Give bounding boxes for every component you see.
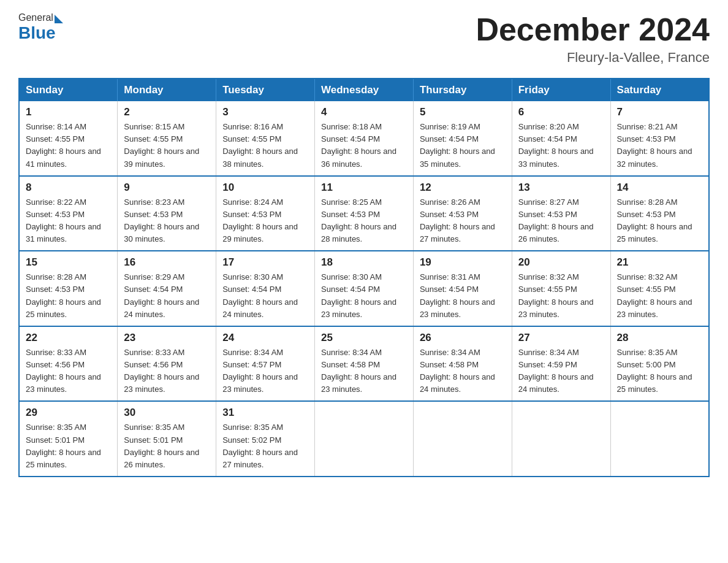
day-number: 2 xyxy=(124,106,210,118)
header-monday: Monday xyxy=(118,79,216,101)
month-title: December 2024 xyxy=(476,12,710,47)
day-number: 27 xyxy=(518,332,604,344)
day-number: 20 xyxy=(518,256,604,269)
logo-blue-text: Blue xyxy=(18,23,56,43)
day-cell: 2 Sunrise: 8:15 AMSunset: 4:55 PMDayligh… xyxy=(118,101,216,176)
week-row-2: 8 Sunrise: 8:22 AMSunset: 4:53 PMDayligh… xyxy=(19,176,709,251)
day-number: 11 xyxy=(321,182,407,194)
calendar-header-row: SundayMondayTuesdayWednesdayThursdayFrid… xyxy=(19,79,709,101)
day-info: Sunrise: 8:33 AMSunset: 4:56 PMDaylight:… xyxy=(124,347,210,396)
day-info: Sunrise: 8:33 AMSunset: 4:56 PMDaylight:… xyxy=(26,347,111,396)
day-cell: 19 Sunrise: 8:31 AMSunset: 4:54 PMDaylig… xyxy=(413,251,512,326)
day-number: 16 xyxy=(124,256,210,269)
day-info: Sunrise: 8:32 AMSunset: 4:55 PMDaylight:… xyxy=(518,271,604,321)
day-number: 21 xyxy=(617,256,702,269)
day-info: Sunrise: 8:22 AMSunset: 4:53 PMDaylight:… xyxy=(26,196,111,246)
day-info: Sunrise: 8:34 AMSunset: 4:58 PMDaylight:… xyxy=(420,347,506,396)
day-info: Sunrise: 8:34 AMSunset: 4:57 PMDaylight:… xyxy=(222,347,308,396)
day-info: Sunrise: 8:27 AMSunset: 4:53 PMDaylight:… xyxy=(518,196,604,246)
day-cell: 30 Sunrise: 8:35 AMSunset: 5:01 PMDaylig… xyxy=(118,401,216,477)
day-number: 4 xyxy=(321,106,407,118)
day-info: Sunrise: 8:19 AMSunset: 4:54 PMDaylight:… xyxy=(420,121,506,170)
header-thursday: Thursday xyxy=(413,79,512,101)
day-number: 6 xyxy=(518,106,604,118)
day-cell: 17 Sunrise: 8:30 AMSunset: 4:54 PMDaylig… xyxy=(216,251,315,326)
day-cell: 21 Sunrise: 8:32 AMSunset: 4:55 PMDaylig… xyxy=(610,251,709,326)
day-cell: 28 Sunrise: 8:35 AMSunset: 5:00 PMDaylig… xyxy=(610,326,709,402)
day-info: Sunrise: 8:35 AMSunset: 5:01 PMDaylight:… xyxy=(26,421,111,471)
day-info: Sunrise: 8:14 AMSunset: 4:55 PMDaylight:… xyxy=(26,121,111,170)
day-cell: 20 Sunrise: 8:32 AMSunset: 4:55 PMDaylig… xyxy=(512,251,610,326)
day-number: 3 xyxy=(222,106,308,118)
day-number: 10 xyxy=(222,182,308,194)
day-info: Sunrise: 8:35 AMSunset: 5:02 PMDaylight:… xyxy=(222,421,308,471)
title-section: December 2024 Fleury-la-Vallee, France xyxy=(476,12,710,66)
header-wednesday: Wednesday xyxy=(315,79,414,101)
day-cell: 31 Sunrise: 8:35 AMSunset: 5:02 PMDaylig… xyxy=(216,401,315,477)
logo-general-text: General xyxy=(18,12,53,23)
day-number: 8 xyxy=(26,182,111,194)
day-number: 19 xyxy=(420,256,506,269)
day-info: Sunrise: 8:34 AMSunset: 4:59 PMDaylight:… xyxy=(518,347,604,396)
day-cell: 11 Sunrise: 8:25 AMSunset: 4:53 PMDaylig… xyxy=(315,176,414,251)
day-info: Sunrise: 8:30 AMSunset: 4:54 PMDaylight:… xyxy=(222,271,308,321)
day-cell: 29 Sunrise: 8:35 AMSunset: 5:01 PMDaylig… xyxy=(19,401,118,477)
day-info: Sunrise: 8:30 AMSunset: 4:54 PMDaylight:… xyxy=(321,271,407,321)
week-row-3: 15 Sunrise: 8:28 AMSunset: 4:53 PMDaylig… xyxy=(19,251,709,326)
day-number: 31 xyxy=(222,407,308,419)
day-number: 18 xyxy=(321,256,407,269)
week-row-1: 1 Sunrise: 8:14 AMSunset: 4:55 PMDayligh… xyxy=(19,101,709,176)
day-number: 9 xyxy=(124,182,210,194)
day-cell: 25 Sunrise: 8:34 AMSunset: 4:58 PMDaylig… xyxy=(315,326,414,402)
day-number: 1 xyxy=(26,106,111,118)
day-cell xyxy=(512,401,610,477)
day-info: Sunrise: 8:31 AMSunset: 4:54 PMDaylight:… xyxy=(420,271,506,321)
day-cell: 3 Sunrise: 8:16 AMSunset: 4:55 PMDayligh… xyxy=(216,101,315,176)
day-cell: 7 Sunrise: 8:21 AMSunset: 4:53 PMDayligh… xyxy=(610,101,709,176)
day-cell: 14 Sunrise: 8:28 AMSunset: 4:53 PMDaylig… xyxy=(610,176,709,251)
day-info: Sunrise: 8:24 AMSunset: 4:53 PMDaylight:… xyxy=(222,196,308,246)
calendar-table: SundayMondayTuesdayWednesdayThursdayFrid… xyxy=(18,78,710,477)
header-sunday: Sunday xyxy=(19,79,118,101)
day-number: 23 xyxy=(124,332,210,344)
day-info: Sunrise: 8:25 AMSunset: 4:53 PMDaylight:… xyxy=(321,196,407,246)
day-cell: 16 Sunrise: 8:29 AMSunset: 4:54 PMDaylig… xyxy=(118,251,216,326)
day-number: 7 xyxy=(617,106,702,118)
day-number: 26 xyxy=(420,332,506,344)
day-cell: 26 Sunrise: 8:34 AMSunset: 4:58 PMDaylig… xyxy=(413,326,512,402)
day-cell: 15 Sunrise: 8:28 AMSunset: 4:53 PMDaylig… xyxy=(19,251,118,326)
header-saturday: Saturday xyxy=(610,79,709,101)
day-cell: 10 Sunrise: 8:24 AMSunset: 4:53 PMDaylig… xyxy=(216,176,315,251)
header-friday: Friday xyxy=(512,79,610,101)
week-row-5: 29 Sunrise: 8:35 AMSunset: 5:01 PMDaylig… xyxy=(19,401,709,477)
day-info: Sunrise: 8:35 AMSunset: 5:00 PMDaylight:… xyxy=(617,347,702,396)
day-info: Sunrise: 8:34 AMSunset: 4:58 PMDaylight:… xyxy=(321,347,407,396)
day-cell: 27 Sunrise: 8:34 AMSunset: 4:59 PMDaylig… xyxy=(512,326,610,402)
day-info: Sunrise: 8:32 AMSunset: 4:55 PMDaylight:… xyxy=(617,271,702,321)
day-cell: 13 Sunrise: 8:27 AMSunset: 4:53 PMDaylig… xyxy=(512,176,610,251)
day-info: Sunrise: 8:28 AMSunset: 4:53 PMDaylight:… xyxy=(26,271,111,321)
day-info: Sunrise: 8:18 AMSunset: 4:54 PMDaylight:… xyxy=(321,121,407,170)
day-number: 13 xyxy=(518,182,604,194)
header-tuesday: Tuesday xyxy=(216,79,315,101)
day-number: 28 xyxy=(617,332,702,344)
day-info: Sunrise: 8:26 AMSunset: 4:53 PMDaylight:… xyxy=(420,196,506,246)
day-cell: 24 Sunrise: 8:34 AMSunset: 4:57 PMDaylig… xyxy=(216,326,315,402)
day-cell: 4 Sunrise: 8:18 AMSunset: 4:54 PMDayligh… xyxy=(315,101,414,176)
day-cell: 22 Sunrise: 8:33 AMSunset: 4:56 PMDaylig… xyxy=(19,326,118,402)
day-cell: 18 Sunrise: 8:30 AMSunset: 4:54 PMDaylig… xyxy=(315,251,414,326)
day-number: 30 xyxy=(124,407,210,419)
day-info: Sunrise: 8:35 AMSunset: 5:01 PMDaylight:… xyxy=(124,421,210,471)
day-cell: 23 Sunrise: 8:33 AMSunset: 4:56 PMDaylig… xyxy=(118,326,216,402)
day-cell xyxy=(610,401,709,477)
day-info: Sunrise: 8:23 AMSunset: 4:53 PMDaylight:… xyxy=(124,196,210,246)
day-number: 15 xyxy=(26,256,111,269)
day-cell: 5 Sunrise: 8:19 AMSunset: 4:54 PMDayligh… xyxy=(413,101,512,176)
day-cell xyxy=(315,401,414,477)
logo: General Blue xyxy=(18,12,63,43)
day-cell xyxy=(413,401,512,477)
day-info: Sunrise: 8:29 AMSunset: 4:54 PMDaylight:… xyxy=(124,271,210,321)
logo-arrow-icon xyxy=(55,15,63,23)
day-cell: 9 Sunrise: 8:23 AMSunset: 4:53 PMDayligh… xyxy=(118,176,216,251)
day-info: Sunrise: 8:16 AMSunset: 4:55 PMDaylight:… xyxy=(222,121,308,170)
